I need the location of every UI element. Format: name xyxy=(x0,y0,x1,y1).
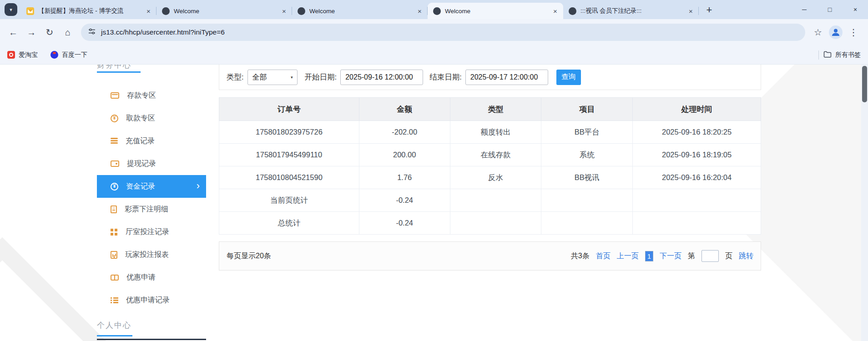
sidebar-item-label: 提现记录 xyxy=(127,159,156,169)
start-date-label: 开始日期: xyxy=(305,72,337,82)
prev-page-link[interactable]: 上一页 xyxy=(617,251,639,261)
page-scrollbar[interactable] xyxy=(861,65,868,341)
bookmark-star-icon[interactable]: ☆ xyxy=(810,24,826,40)
site-info-icon[interactable] xyxy=(88,28,96,37)
tab-title: :::视讯 会员下注纪录::: xyxy=(580,7,682,15)
globe-favicon-icon xyxy=(569,7,576,15)
first-page-link[interactable]: 首页 xyxy=(596,251,611,261)
table-cell: -0.24 xyxy=(359,189,450,212)
taobao-icon xyxy=(7,51,15,59)
profile-avatar[interactable] xyxy=(829,25,843,39)
column-header-time: 处理时间 xyxy=(633,98,761,121)
maximize-button[interactable]: □ xyxy=(817,0,843,19)
table-cell xyxy=(541,212,633,235)
sidebar-item-cashout-record[interactable]: 提现记录 xyxy=(97,152,206,175)
table-cell xyxy=(450,212,541,235)
end-date-input[interactable] xyxy=(465,70,548,85)
tab-close-icon[interactable]: × xyxy=(280,7,288,15)
cashout-wallet-icon xyxy=(111,160,119,167)
all-bookmarks-button[interactable]: 所有书签 xyxy=(823,51,861,59)
table-cell: 额度转出 xyxy=(450,121,541,144)
table-cell: 2025-09-16 18:19:05 xyxy=(633,144,761,166)
table-cell: BB平台 xyxy=(541,121,633,144)
type-select-wrap: 全部 xyxy=(247,70,298,85)
sidebar-item-recharge-record[interactable]: 充值记录 xyxy=(97,130,206,152)
deposit-card-icon xyxy=(111,92,119,99)
page-jump-input[interactable] xyxy=(701,250,719,262)
sidebar-item-player-report[interactable]: 玩家投注报表 xyxy=(97,243,206,266)
filter-bar: 类型: 全部 开始日期: 结束日期: 查询 xyxy=(219,65,761,90)
back-button[interactable]: ← xyxy=(5,24,22,41)
browser-tab-1[interactable]: 【新提醒】海燕论坛 - 博学交流 × xyxy=(21,3,156,19)
globe-favicon-icon xyxy=(162,7,170,15)
jump-button[interactable]: 跳转 xyxy=(739,251,753,261)
table-cell: 2025-09-16 18:20:25 xyxy=(633,121,761,144)
next-page-link[interactable]: 下一页 xyxy=(660,251,681,261)
table-cell: 系统 xyxy=(541,144,633,166)
sidebar-item-label: 充值记录 xyxy=(126,136,155,146)
browser-tab-2[interactable]: Welcome × xyxy=(156,3,292,19)
sidebar: 财务中心 存款专区 取款专区 充值记录 提现记录 资金记录 › xyxy=(97,65,206,341)
table-row-page-total: 当前页统计 -0.24 xyxy=(219,189,761,212)
minimize-button[interactable]: ─ xyxy=(792,0,817,19)
column-header-amount: 金额 xyxy=(359,98,450,121)
browser-toolbar: ← → ↻ ⌂ js13.cc/hhcp/usercenter.html?ini… xyxy=(0,19,868,45)
table-cell: 当前页统计 xyxy=(219,189,359,212)
bookmark-baidu[interactable]: 百度一下 xyxy=(50,51,87,59)
total-count-label: 共3条 xyxy=(571,251,590,261)
bookmarks-right: 所有书签 xyxy=(818,50,861,60)
folder-icon xyxy=(823,51,832,59)
sidebar-item-funds-record[interactable]: 资金记录 › xyxy=(97,175,206,198)
sidebar-item-promo-apply[interactable]: 优惠申请 xyxy=(97,266,206,289)
sidebar-section-personal: 个人中心 xyxy=(97,320,131,331)
sidebar-item-hall-bet-record[interactable]: 厅室投注记录 xyxy=(97,221,206,243)
sidebar-item-deposit[interactable]: 存款专区 xyxy=(97,84,206,107)
tab-close-icon[interactable]: × xyxy=(144,7,153,15)
new-tab-button[interactable]: + xyxy=(702,3,716,17)
browser-tab-5[interactable]: :::视讯 会员下注纪录::: × xyxy=(563,3,699,19)
section-underline xyxy=(97,335,132,336)
sidebar-item-label: 取款专区 xyxy=(126,114,155,123)
search-button[interactable]: 查询 xyxy=(556,70,581,85)
menu-kebab-icon[interactable]: ⋮ xyxy=(845,24,862,40)
jump-prefix-label: 第 xyxy=(688,251,695,261)
tab-title: Welcome xyxy=(309,8,411,15)
report-sheet-icon xyxy=(111,251,117,259)
current-page-indicator[interactable]: 1 xyxy=(645,251,653,261)
address-bar[interactable]: js13.cc/hhcp/usercenter.html?iniType=6 xyxy=(81,24,805,41)
browser-tab-4-active[interactable]: Welcome × xyxy=(428,3,563,19)
reload-button[interactable]: ↻ xyxy=(41,24,58,41)
table-cell xyxy=(633,212,761,235)
recharge-stack-icon xyxy=(111,138,118,144)
sidebar-section-finance: 财务中心 xyxy=(97,65,131,70)
table-cell: 1758010804521590 xyxy=(219,166,359,189)
sidebar-item-lottery-detail[interactable]: 彩票下注明细 xyxy=(97,198,206,221)
tab-close-icon[interactable]: × xyxy=(686,7,695,15)
start-date-input[interactable] xyxy=(340,70,423,85)
window-close-button[interactable]: × xyxy=(843,0,868,19)
sidebar-item-label: 资金记录 xyxy=(126,182,155,191)
forward-button[interactable]: → xyxy=(23,24,40,41)
table-row: 1758018023975726 -202.00 额度转出 BB平台 2025-… xyxy=(219,121,761,144)
sidebar-item-promo-record[interactable]: 优惠申请记录 xyxy=(97,289,206,311)
type-select[interactable]: 全部 xyxy=(247,70,298,85)
tab-search-button[interactable]: ▾ xyxy=(5,3,17,16)
bookmark-aitaobao[interactable]: 爱淘宝 xyxy=(7,51,38,59)
baidu-icon xyxy=(50,51,58,59)
browser-tab-3[interactable]: Welcome × xyxy=(292,3,428,19)
all-bookmarks-label: 所有书签 xyxy=(835,51,861,59)
tab-close-icon[interactable]: × xyxy=(551,7,560,15)
scrollbar-thumb[interactable] xyxy=(862,66,867,102)
tab-close-icon[interactable]: × xyxy=(415,7,424,15)
home-button[interactable]: ⌂ xyxy=(59,24,76,41)
table-cell: 1758017945499110 xyxy=(219,144,359,166)
section-underline xyxy=(97,71,141,73)
sidebar-item-withdraw[interactable]: 取款专区 xyxy=(97,107,206,130)
sidebar-item-label: 优惠申请 xyxy=(126,273,156,282)
bookmarks-bar: 爱淘宝 百度一下 所有书签 xyxy=(0,45,868,65)
table-row: 1758010804521590 1.76 反水 BB视讯 2025-09-16… xyxy=(219,166,761,189)
hall-grid-icon xyxy=(111,228,118,236)
sidebar-item-label: 彩票下注明细 xyxy=(125,205,168,214)
sidebar-item-label: 优惠申请记录 xyxy=(126,296,170,305)
funds-coin-icon xyxy=(111,183,118,191)
